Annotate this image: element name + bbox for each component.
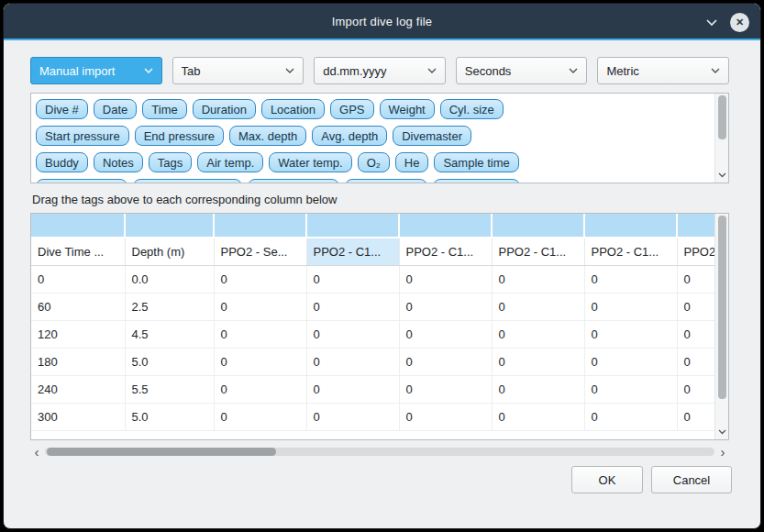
import-type-combo[interactable]: Manual import bbox=[30, 57, 162, 84]
drop-target-cell[interactable] bbox=[677, 214, 714, 238]
drop-target-cell[interactable] bbox=[31, 214, 125, 238]
units-combo[interactable]: Metric bbox=[597, 57, 729, 84]
tag-pool-scrollbar-handle[interactable] bbox=[718, 95, 726, 139]
drop-target-cell[interactable] bbox=[399, 214, 492, 238]
tag-avg-depth[interactable]: Avg. depth bbox=[312, 126, 387, 146]
table-cell: 0 bbox=[677, 320, 714, 348]
tag-sample-depth[interactable]: Sample depth bbox=[36, 179, 127, 183]
table-cell: 0 bbox=[399, 320, 492, 348]
tag-weight[interactable]: Weight bbox=[380, 99, 435, 119]
ok-button[interactable]: OK bbox=[571, 466, 643, 493]
field-separator-combo[interactable]: Tab bbox=[172, 57, 304, 84]
drop-target-cell[interactable] bbox=[584, 214, 677, 238]
titlebar[interactable]: Import dive log file ✕ bbox=[4, 4, 760, 40]
tag-end-pressure[interactable]: End pressure bbox=[135, 126, 224, 146]
table-cell: 0 bbox=[399, 265, 492, 293]
table-cell: 0 bbox=[492, 403, 584, 430]
column-header[interactable]: Dive Time ... bbox=[31, 238, 125, 265]
close-button[interactable]: ✕ bbox=[730, 13, 749, 32]
table-cell: 0 bbox=[214, 403, 306, 430]
tag-air-temp[interactable]: Air temp. bbox=[197, 152, 263, 172]
tag-duration[interactable]: Duration bbox=[193, 99, 256, 119]
table-cell: 0 bbox=[492, 375, 584, 403]
horizontal-scroll-handle[interactable] bbox=[47, 448, 276, 456]
table-row: 00.0000000 bbox=[31, 265, 714, 293]
tag-max-depth[interactable]: Max. depth bbox=[229, 126, 306, 146]
table-cell: 0 bbox=[31, 265, 125, 293]
scroll-left-arrow-icon[interactable]: ‹ bbox=[30, 446, 43, 458]
import-dialog-window: Import dive log file ✕ Manual importTabd… bbox=[3, 3, 761, 529]
time-format-combo[interactable]: Seconds bbox=[456, 57, 588, 84]
column-header[interactable]: PPO2 - C1... bbox=[399, 238, 492, 265]
scroll-right-arrow-icon[interactable]: › bbox=[716, 446, 729, 458]
tag-notes[interactable]: Notes bbox=[94, 152, 143, 172]
tag-date[interactable]: Date bbox=[94, 99, 137, 119]
tag-pool-scrollbar[interactable] bbox=[714, 94, 728, 183]
table-horizontal-scrollbar[interactable]: ‹ › bbox=[30, 445, 729, 459]
tag-time[interactable]: Time bbox=[142, 99, 186, 119]
cancel-button[interactable]: Cancel bbox=[651, 466, 732, 493]
tag-tags[interactable]: Tags bbox=[149, 152, 192, 172]
preview-table: Dive Time ...Depth (m)PPO2 - Se...PPO2 -… bbox=[30, 213, 729, 440]
column-header[interactable]: Depth (m) bbox=[125, 238, 214, 265]
tag-o[interactable]: O₂ bbox=[358, 152, 390, 172]
tag-start-pressure[interactable]: Start pressure bbox=[36, 126, 129, 146]
tag-location[interactable]: Location bbox=[261, 99, 325, 119]
tag-sample-temp[interactable]: Sample temp. bbox=[248, 179, 339, 183]
window-title: Import dive log file bbox=[332, 15, 433, 28]
tag-sample-time[interactable]: Sample time bbox=[434, 152, 518, 172]
column-header[interactable]: PPO2 - C1... bbox=[677, 238, 714, 265]
table-scrollbar-handle[interactable] bbox=[718, 216, 726, 399]
tag-he[interactable]: He bbox=[395, 152, 429, 172]
tag-sample-pressure[interactable]: Sample pressure bbox=[133, 179, 241, 183]
table-cell: 300 bbox=[31, 403, 125, 430]
table-cell: 240 bbox=[31, 375, 125, 403]
table-cell: 0 bbox=[584, 403, 677, 430]
table-cell: 0 bbox=[399, 348, 492, 375]
table-cell: 0 bbox=[677, 293, 714, 320]
horizontal-scroll-track[interactable] bbox=[45, 448, 714, 456]
table-cell: 0 bbox=[214, 375, 306, 403]
scroll-down-arrow-icon[interactable] bbox=[715, 427, 729, 438]
tag-row: Dive #DateTimeDurationLocationGPSWeightC… bbox=[36, 99, 714, 119]
tag-pool: Dive #DateTimeDurationLocationGPSWeightC… bbox=[30, 93, 729, 183]
table-vertical-scrollbar[interactable] bbox=[714, 214, 728, 439]
table-cell: 0 bbox=[306, 293, 399, 320]
tag-cyl-size[interactable]: Cyl. size bbox=[440, 99, 504, 119]
tag-divemaster[interactable]: Divemaster bbox=[393, 126, 471, 146]
table-viewport: Dive Time ...Depth (m)PPO2 - Se...PPO2 -… bbox=[31, 214, 714, 439]
table-cell: 5.0 bbox=[125, 403, 214, 430]
column-header[interactable]: PPO2 - C1... bbox=[584, 238, 677, 265]
table-cell: 0 bbox=[306, 375, 399, 403]
table-cell: 2.5 bbox=[125, 293, 214, 320]
tag-water-temp[interactable]: Water temp. bbox=[269, 152, 351, 172]
titlebar-chevron-down-icon[interactable] bbox=[703, 13, 721, 31]
tag-sample-po[interactable]: Sample pO₂ bbox=[345, 179, 427, 183]
combo-selected-value: Seconds bbox=[465, 64, 564, 78]
table-cell: 0 bbox=[677, 265, 714, 293]
drop-target-cell[interactable] bbox=[214, 214, 306, 238]
chevron-down-icon bbox=[711, 68, 720, 73]
column-header[interactable]: PPO2 - C1... bbox=[492, 238, 584, 265]
table-row: 3005.0000000 bbox=[31, 403, 714, 430]
tag-row: BuddyNotesTagsAir temp.Water temp.O₂HeSa… bbox=[36, 152, 714, 172]
drop-target-cell[interactable] bbox=[492, 214, 584, 238]
scroll-down-arrow-icon[interactable] bbox=[715, 170, 729, 181]
chevron-down-icon bbox=[144, 68, 153, 73]
column-header[interactable]: PPO2 - Se... bbox=[214, 238, 306, 265]
table-cell: 5.0 bbox=[125, 348, 214, 375]
date-format-combo[interactable]: dd.mm.yyyy bbox=[314, 57, 446, 84]
table-cell: 0 bbox=[677, 348, 714, 375]
tag-sample-cns[interactable]: Sample CNS bbox=[433, 179, 520, 183]
tag-gps[interactable]: GPS bbox=[330, 99, 373, 119]
close-icon: ✕ bbox=[736, 17, 744, 28]
column-header[interactable]: PPO2 - C1... bbox=[306, 238, 399, 265]
titlebar-buttons: ✕ bbox=[703, 4, 749, 40]
tag-buddy[interactable]: Buddy bbox=[36, 152, 88, 172]
drop-target-cell[interactable] bbox=[306, 214, 399, 238]
drop-target-cell[interactable] bbox=[125, 214, 214, 238]
table-cell: 0 bbox=[214, 348, 306, 375]
tag-dive[interactable]: Dive # bbox=[36, 99, 88, 119]
table-cell: 0 bbox=[306, 265, 399, 293]
table-cell: 0 bbox=[584, 265, 677, 293]
